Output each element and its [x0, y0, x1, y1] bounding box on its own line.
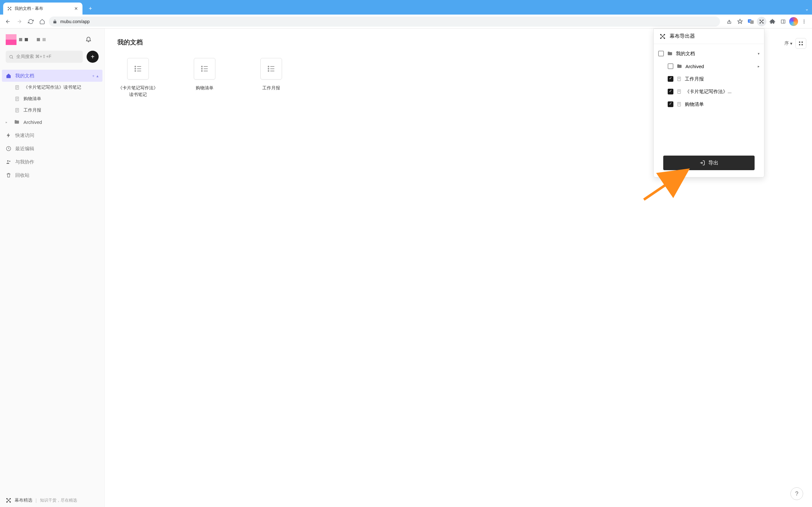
menu-icon[interactable]: [799, 17, 809, 26]
svg-point-60: [268, 66, 269, 67]
mubu-exporter-extension-icon[interactable]: [757, 17, 766, 26]
add-child-icon[interactable]: +: [92, 73, 95, 78]
expand-icon[interactable]: ▸: [6, 120, 10, 124]
svg-point-36: [7, 160, 9, 162]
export-icon: [699, 160, 705, 166]
sidepanel-icon[interactable]: [778, 17, 788, 26]
svg-point-56: [201, 68, 202, 69]
search-input[interactable]: 全局搜索 ⌘+⇧+F: [6, 51, 83, 63]
sidebar-doc-item[interactable]: 工作月报: [14, 105, 104, 116]
sidebar-footer[interactable]: 幕布精选 | 知识干货，尽在精选: [6, 498, 77, 503]
ext-tree-folder[interactable]: Archived ▸: [654, 60, 764, 72]
forward-button[interactable]: [14, 17, 24, 26]
svg-point-64: [268, 71, 269, 72]
tab-title: 我的文档 - 幕布: [14, 6, 73, 11]
back-button[interactable]: [3, 17, 13, 26]
extensions-icon[interactable]: [768, 17, 777, 26]
document-icon: [676, 76, 681, 81]
document-thumbnail-icon: [194, 58, 215, 79]
svg-point-18: [804, 20, 805, 20]
new-tab-button[interactable]: +: [86, 4, 95, 13]
ext-tree-item[interactable]: 购物清单: [654, 98, 764, 111]
document-name: 工作月报: [251, 84, 292, 91]
document-thumbnail-icon: [127, 58, 149, 79]
help-button[interactable]: ?: [791, 487, 803, 500]
sort-button[interactable]: 序 ▾: [784, 41, 792, 46]
address-bar[interactable]: mubu.com/app: [49, 16, 720, 26]
sidebar-doc-item[interactable]: 购物清单: [14, 93, 104, 105]
checkbox-unchecked[interactable]: [658, 51, 664, 56]
chevron-right-icon[interactable]: ▸: [758, 64, 760, 68]
checkbox-checked[interactable]: [668, 101, 673, 107]
sidebar-item-recent[interactable]: 最近编辑: [0, 143, 104, 155]
translate-icon[interactable]: G: [746, 17, 756, 26]
ext-tree-item[interactable]: 工作月报: [654, 72, 764, 85]
checkbox-checked[interactable]: [668, 89, 673, 95]
svg-point-52: [135, 71, 136, 72]
workspace-logo: [6, 34, 16, 45]
close-icon[interactable]: ✕: [73, 6, 79, 11]
extension-popup: 幕布导出器 我的文档 ▾ Archived ▸ 工: [653, 29, 764, 177]
sidebar: 全局搜索 ⌘+⇧+F + 我的文档 + ▴ 《卡片笔记写作法》读书笔记: [0, 29, 105, 507]
search-placeholder: 全局搜索 ⌘+⇧+F: [16, 54, 51, 60]
svg-rect-45: [802, 42, 803, 43]
sidebar-item-label: Archived: [23, 119, 42, 125]
export-button[interactable]: 导出: [663, 156, 755, 170]
chevron-down-icon[interactable]: ▾: [758, 52, 760, 56]
svg-point-19: [804, 21, 805, 22]
footer-sub: 知识干货，尽在精选: [40, 498, 77, 503]
lock-icon: [53, 19, 57, 24]
app-container: 全局搜索 ⌘+⇧+F + 我的文档 + ▴ 《卡片笔记写作法》读书笔记: [0, 29, 812, 507]
sidebar-item-label: 快速访问: [15, 132, 34, 138]
home-button[interactable]: [38, 17, 47, 26]
trash-icon: [6, 172, 11, 178]
mubu-logo-icon: [6, 498, 11, 503]
svg-point-62: [268, 68, 269, 69]
svg-rect-16: [781, 20, 785, 23]
profile-avatar[interactable]: [789, 17, 798, 26]
svg-point-50: [135, 68, 136, 69]
sidebar-item-my-docs[interactable]: 我的文档 + ▴: [2, 70, 102, 82]
sidebar-item-label: 与我协作: [15, 159, 34, 165]
folder-icon: [667, 51, 673, 56]
view-toggle-button[interactable]: [796, 38, 806, 49]
browser-tab[interactable]: 我的文档 - 幕布 ✕: [3, 3, 83, 14]
sidebar-item-quick-access[interactable]: 快速访问: [0, 129, 104, 141]
search-icon: [9, 55, 14, 59]
sidebar-doc-label: 工作月报: [23, 107, 41, 113]
reload-button[interactable]: [26, 17, 36, 26]
sidebar-doc-item[interactable]: 《卡片笔记写作法》读书笔记: [14, 82, 104, 93]
document-card[interactable]: 工作月报: [251, 58, 292, 98]
ext-tree-label: 购物清单: [685, 101, 704, 107]
share-icon[interactable]: [724, 17, 734, 26]
checkbox-checked[interactable]: [668, 76, 673, 82]
sidebar-doc-label: 《卡片笔记写作法》读书笔记: [23, 84, 81, 90]
ext-tree-root[interactable]: 我的文档 ▾: [654, 47, 764, 60]
sidebar-item-label: 我的文档: [15, 73, 34, 79]
sidebar-item-trash[interactable]: 回收站: [0, 169, 104, 181]
folder-icon: [14, 119, 20, 125]
sidebar-folder-archived[interactable]: ▸ Archived: [0, 116, 104, 128]
sort-label: 序: [784, 41, 789, 46]
ext-tree-label: 《卡片笔记写作法》...: [685, 89, 732, 95]
svg-rect-46: [799, 44, 800, 45]
export-label: 导出: [708, 160, 718, 166]
tabs-dropdown-icon[interactable]: ⌄: [805, 6, 809, 11]
bookmark-icon[interactable]: [735, 17, 745, 26]
checkbox-unchecked[interactable]: [668, 63, 673, 69]
people-icon: [6, 159, 11, 165]
document-card[interactable]: 《卡片笔记写作法》读书笔记: [117, 58, 159, 98]
ext-tree-item[interactable]: 《卡片笔记写作法》...: [654, 85, 764, 98]
workspace-header: [0, 34, 104, 51]
document-name: 购物清单: [184, 84, 225, 91]
notifications-icon[interactable]: [85, 36, 92, 42]
chevron-down-icon: ▾: [790, 41, 792, 46]
clock-icon: [6, 146, 11, 152]
sidebar-item-shared[interactable]: 与我协作: [0, 156, 104, 168]
document-card[interactable]: 购物清单: [184, 58, 225, 98]
extension-header: 幕布导出器: [654, 29, 764, 44]
ext-tree-label: Archived: [686, 64, 704, 69]
new-document-button[interactable]: +: [87, 51, 99, 63]
collapse-icon[interactable]: ▴: [96, 73, 99, 78]
svg-point-37: [9, 161, 10, 162]
